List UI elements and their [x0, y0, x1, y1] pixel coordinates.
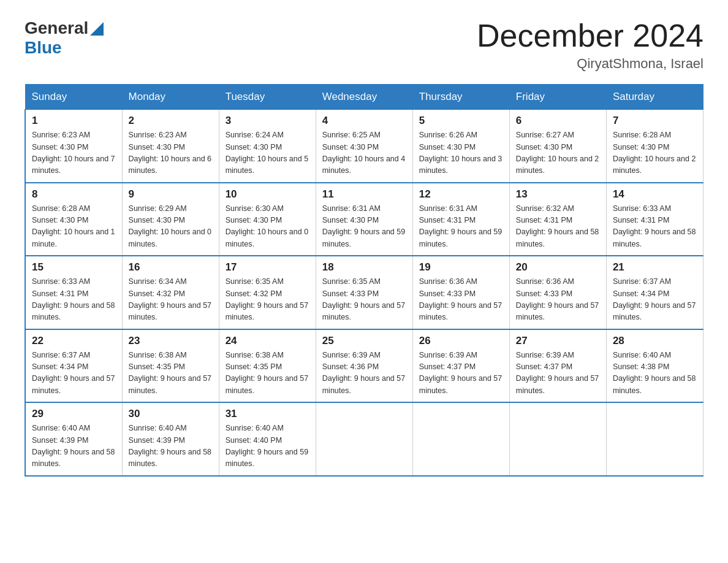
calendar-day-cell: 25 Sunrise: 6:39 AMSunset: 4:36 PMDaylig… — [316, 329, 412, 403]
calendar-week-row: 1 Sunrise: 6:23 AMSunset: 4:30 PMDayligh… — [25, 110, 703, 183]
day-info: Sunrise: 6:35 AMSunset: 4:33 PMDaylight:… — [322, 276, 406, 324]
day-number: 7 — [613, 115, 697, 127]
col-tuesday: Tuesday — [219, 85, 316, 110]
calendar-day-cell: 9 Sunrise: 6:29 AMSunset: 4:30 PMDayligh… — [122, 183, 219, 256]
calendar-day-cell: 18 Sunrise: 6:35 AMSunset: 4:33 PMDaylig… — [316, 256, 412, 329]
calendar-day-cell: 14 Sunrise: 6:33 AMSunset: 4:31 PMDaylig… — [606, 183, 703, 256]
calendar-week-row: 22 Sunrise: 6:37 AMSunset: 4:34 PMDaylig… — [25, 329, 703, 403]
calendar-week-row: 8 Sunrise: 6:28 AMSunset: 4:30 PMDayligh… — [25, 183, 703, 256]
day-number: 1 — [32, 115, 116, 127]
calendar-day-cell: 8 Sunrise: 6:28 AMSunset: 4:30 PMDayligh… — [25, 183, 122, 256]
day-number: 14 — [613, 188, 697, 201]
calendar-day-cell: 23 Sunrise: 6:38 AMSunset: 4:35 PMDaylig… — [122, 329, 219, 403]
calendar-day-cell: 7 Sunrise: 6:28 AMSunset: 4:30 PMDayligh… — [606, 110, 703, 183]
month-title: December 2024 — [477, 18, 703, 53]
day-number: 19 — [419, 261, 503, 274]
day-number: 28 — [613, 335, 697, 347]
calendar-day-cell: 27 Sunrise: 6:39 AMSunset: 4:37 PMDaylig… — [509, 329, 606, 403]
calendar-day-cell: 19 Sunrise: 6:36 AMSunset: 4:33 PMDaylig… — [412, 256, 509, 329]
day-number: 26 — [419, 335, 503, 347]
day-info: Sunrise: 6:39 AMSunset: 4:37 PMDaylight:… — [516, 350, 600, 397]
day-info: Sunrise: 6:36 AMSunset: 4:33 PMDaylight:… — [516, 276, 600, 324]
day-number: 22 — [32, 335, 116, 347]
day-number: 25 — [322, 335, 406, 347]
day-info: Sunrise: 6:39 AMSunset: 4:37 PMDaylight:… — [419, 350, 503, 397]
logo-general-text: General — [25, 18, 88, 38]
day-number: 15 — [32, 261, 116, 274]
day-number: 3 — [226, 115, 309, 127]
day-number: 23 — [129, 335, 213, 347]
day-number: 5 — [419, 115, 503, 127]
calendar-day-cell — [412, 402, 509, 476]
calendar-day-cell: 31 Sunrise: 6:40 AMSunset: 4:40 PMDaylig… — [219, 402, 316, 476]
day-info: Sunrise: 6:37 AMSunset: 4:34 PMDaylight:… — [613, 276, 697, 324]
day-info: Sunrise: 6:30 AMSunset: 4:30 PMDaylight:… — [226, 203, 309, 251]
day-info: Sunrise: 6:37 AMSunset: 4:34 PMDaylight:… — [32, 350, 116, 397]
calendar-day-cell: 2 Sunrise: 6:23 AMSunset: 4:30 PMDayligh… — [122, 110, 219, 183]
day-number: 18 — [322, 261, 406, 274]
day-number: 17 — [226, 261, 309, 274]
calendar-day-cell: 22 Sunrise: 6:37 AMSunset: 4:34 PMDaylig… — [25, 329, 122, 403]
calendar-day-cell — [316, 402, 412, 476]
day-number: 12 — [419, 188, 503, 201]
col-saturday: Saturday — [606, 85, 703, 110]
day-info: Sunrise: 6:32 AMSunset: 4:31 PMDaylight:… — [516, 203, 600, 251]
day-info: Sunrise: 6:27 AMSunset: 4:30 PMDaylight:… — [516, 129, 600, 177]
calendar-day-cell: 24 Sunrise: 6:38 AMSunset: 4:35 PMDaylig… — [219, 329, 316, 403]
day-info: Sunrise: 6:40 AMSunset: 4:39 PMDaylight:… — [32, 423, 116, 470]
day-info: Sunrise: 6:34 AMSunset: 4:32 PMDaylight:… — [129, 276, 213, 324]
col-monday: Monday — [122, 85, 219, 110]
day-number: 8 — [32, 188, 116, 201]
calendar-day-cell: 5 Sunrise: 6:26 AMSunset: 4:30 PMDayligh… — [412, 110, 509, 183]
day-info: Sunrise: 6:24 AMSunset: 4:30 PMDaylight:… — [226, 129, 309, 177]
day-info: Sunrise: 6:26 AMSunset: 4:30 PMDaylight:… — [419, 129, 503, 177]
day-number: 24 — [226, 335, 309, 347]
day-info: Sunrise: 6:40 AMSunset: 4:40 PMDaylight:… — [226, 423, 309, 470]
day-info: Sunrise: 6:40 AMSunset: 4:39 PMDaylight:… — [129, 423, 213, 470]
day-info: Sunrise: 6:25 AMSunset: 4:30 PMDaylight:… — [322, 129, 406, 177]
col-thursday: Thursday — [412, 85, 509, 110]
calendar-day-cell: 26 Sunrise: 6:39 AMSunset: 4:37 PMDaylig… — [412, 329, 509, 403]
calendar-day-cell — [606, 402, 703, 476]
calendar-day-cell: 3 Sunrise: 6:24 AMSunset: 4:30 PMDayligh… — [219, 110, 316, 183]
col-friday: Friday — [509, 85, 606, 110]
day-number: 29 — [32, 408, 116, 420]
day-info: Sunrise: 6:31 AMSunset: 4:30 PMDaylight:… — [322, 203, 406, 251]
day-number: 9 — [129, 188, 213, 201]
calendar-day-cell: 20 Sunrise: 6:36 AMSunset: 4:33 PMDaylig… — [509, 256, 606, 329]
calendar-day-cell: 13 Sunrise: 6:32 AMSunset: 4:31 PMDaylig… — [509, 183, 606, 256]
calendar-day-cell: 28 Sunrise: 6:40 AMSunset: 4:38 PMDaylig… — [606, 329, 703, 403]
logo-triangle-icon — [90, 22, 104, 36]
calendar-day-cell: 16 Sunrise: 6:34 AMSunset: 4:32 PMDaylig… — [122, 256, 219, 329]
calendar-header-row: Sunday Monday Tuesday Wednesday Thursday… — [25, 85, 703, 110]
day-info: Sunrise: 6:38 AMSunset: 4:35 PMDaylight:… — [129, 350, 213, 397]
title-block: December 2024 QiryatShmona, Israel — [477, 18, 703, 72]
calendar-day-cell: 29 Sunrise: 6:40 AMSunset: 4:39 PMDaylig… — [25, 402, 122, 476]
day-number: 16 — [129, 261, 213, 274]
day-number: 10 — [226, 188, 309, 201]
col-wednesday: Wednesday — [316, 85, 412, 110]
calendar-day-cell: 15 Sunrise: 6:33 AMSunset: 4:31 PMDaylig… — [25, 256, 122, 329]
page-header: General Blue December 2024 QiryatShmona,… — [25, 18, 703, 72]
day-info: Sunrise: 6:36 AMSunset: 4:33 PMDaylight:… — [419, 276, 503, 324]
day-info: Sunrise: 6:40 AMSunset: 4:38 PMDaylight:… — [613, 350, 697, 397]
day-info: Sunrise: 6:39 AMSunset: 4:36 PMDaylight:… — [322, 350, 406, 397]
col-sunday: Sunday — [25, 85, 122, 110]
day-number: 30 — [129, 408, 213, 420]
calendar-day-cell: 6 Sunrise: 6:27 AMSunset: 4:30 PMDayligh… — [509, 110, 606, 183]
day-number: 11 — [322, 188, 406, 201]
day-info: Sunrise: 6:33 AMSunset: 4:31 PMDaylight:… — [613, 203, 697, 251]
calendar-week-row: 15 Sunrise: 6:33 AMSunset: 4:31 PMDaylig… — [25, 256, 703, 329]
day-number: 6 — [516, 115, 600, 127]
calendar-table: Sunday Monday Tuesday Wednesday Thursday… — [25, 84, 703, 477]
day-number: 20 — [516, 261, 600, 274]
day-info: Sunrise: 6:31 AMSunset: 4:31 PMDaylight:… — [419, 203, 503, 251]
day-info: Sunrise: 6:38 AMSunset: 4:35 PMDaylight:… — [226, 350, 309, 397]
day-info: Sunrise: 6:23 AMSunset: 4:30 PMDaylight:… — [129, 129, 213, 177]
day-number: 13 — [516, 188, 600, 201]
calendar-day-cell: 30 Sunrise: 6:40 AMSunset: 4:39 PMDaylig… — [122, 402, 219, 476]
calendar-day-cell: 4 Sunrise: 6:25 AMSunset: 4:30 PMDayligh… — [316, 110, 412, 183]
calendar-day-cell: 11 Sunrise: 6:31 AMSunset: 4:30 PMDaylig… — [316, 183, 412, 256]
day-info: Sunrise: 6:28 AMSunset: 4:30 PMDaylight:… — [613, 129, 697, 177]
day-number: 27 — [516, 335, 600, 347]
